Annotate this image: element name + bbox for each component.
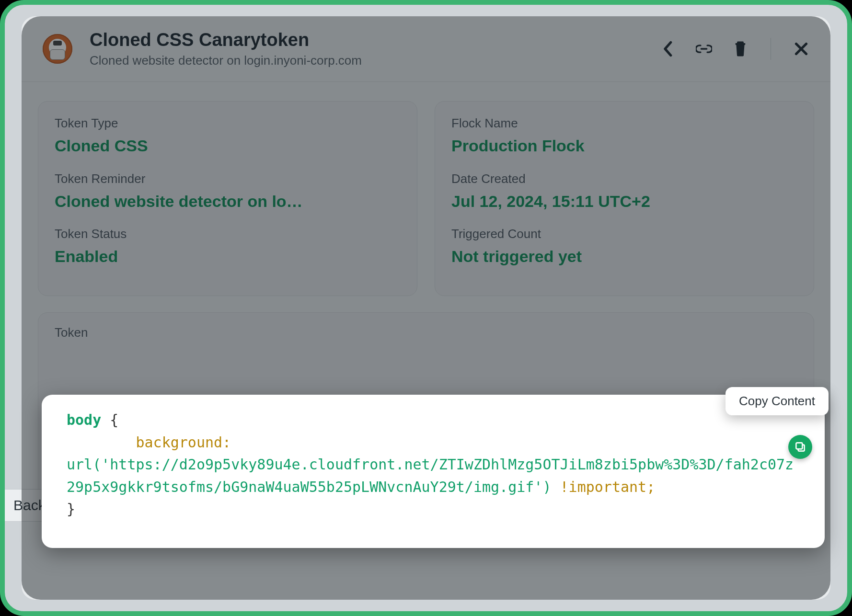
token-info-card: Token Type Cloned CSS Token Reminder Clo… xyxy=(38,101,417,296)
code-url-suffix: ) xyxy=(542,479,551,495)
token-type-label: Token Type xyxy=(55,116,401,131)
code-selector: body xyxy=(67,411,101,428)
header-titles: Cloned CSS Canarytoken Cloned website de… xyxy=(90,30,362,68)
header-separator xyxy=(771,38,771,60)
triggered-count-value: Not triggered yet xyxy=(451,246,797,267)
code-url-value: 'https://d2o9p5vky89u4e.cloudfront.net/Z… xyxy=(67,456,794,495)
copy-content-tooltip[interactable]: Copy Content xyxy=(725,387,829,415)
token-status-value: Enabled xyxy=(55,246,401,267)
back-icon[interactable] xyxy=(659,41,676,57)
token-detail-modal: Cloned CSS Canarytoken Cloned website de… xyxy=(22,16,830,600)
info-row: Token Type Cloned CSS Token Reminder Clo… xyxy=(22,82,830,296)
code-open-brace: { xyxy=(101,411,118,428)
app-frame: Cloned CSS Canarytoken Cloned website de… xyxy=(0,0,852,616)
flock-name-label: Flock Name xyxy=(451,116,797,131)
token-reminder-label: Token Reminder xyxy=(55,171,401,186)
flock-name-value: Production Flock xyxy=(451,136,797,156)
token-status-label: Token Status xyxy=(55,227,401,241)
svg-rect-1 xyxy=(796,443,802,449)
token-label: Token xyxy=(55,325,797,340)
close-icon[interactable] xyxy=(793,41,809,57)
token-code[interactable]: body { background: url('https://d2o9p5vk… xyxy=(67,409,800,521)
triggered-count-label: Triggered Count xyxy=(451,227,797,241)
token-code-panel: Copy Content body { background: url('htt… xyxy=(42,395,825,548)
token-avatar xyxy=(43,34,72,64)
modal-header: Cloned CSS Canarytoken Cloned website de… xyxy=(22,16,830,82)
modal-title: Cloned CSS Canarytoken xyxy=(90,30,362,50)
modal-subtitle: Cloned website detector on login.inyoni-… xyxy=(90,53,362,68)
date-created-value: Jul 12, 2024, 15:11 UTC+2 xyxy=(451,191,797,212)
link-icon[interactable] xyxy=(696,41,712,57)
code-property: background: xyxy=(67,434,231,451)
copy-icon[interactable] xyxy=(788,435,812,459)
token-type-value: Cloned CSS xyxy=(55,136,401,156)
date-created-label: Date Created xyxy=(451,171,797,186)
code-important: !important; xyxy=(551,479,655,495)
trash-icon[interactable] xyxy=(732,41,748,57)
code-url-prefix: url( xyxy=(67,456,101,473)
header-actions xyxy=(659,38,809,60)
code-close-brace: } xyxy=(67,501,75,517)
flock-info-card: Flock Name Production Flock Date Created… xyxy=(435,101,814,296)
token-reminder-value: Cloned website detector on lo… xyxy=(55,191,401,212)
